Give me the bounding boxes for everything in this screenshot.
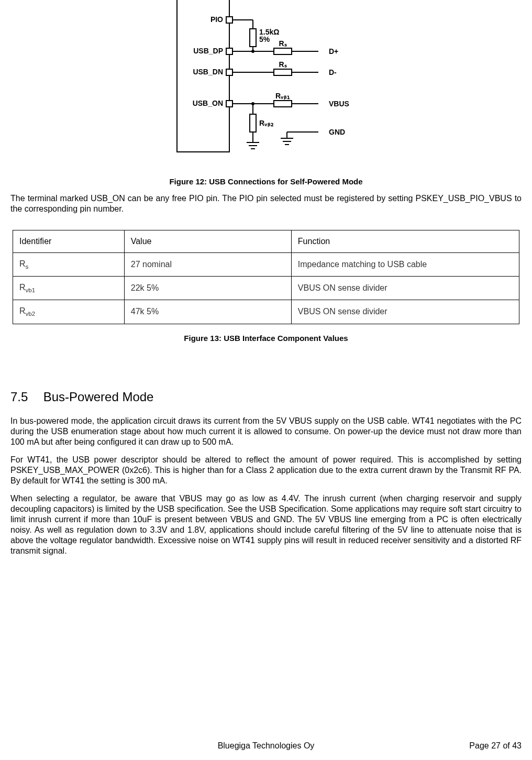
- section-heading: 7.5 Bus-Powered Mode: [10, 390, 522, 404]
- cell-function: VBUS ON sense divider: [291, 277, 519, 300]
- table-row: Rs27 nominalImpedance matching to USB ca…: [13, 253, 519, 277]
- svg-rect-0: [226, 17, 232, 23]
- svg-rect-13: [274, 69, 292, 75]
- svg-rect-1: [226, 48, 232, 54]
- figure-12-diagram: PIO USB_DP USB_DN USB_ON 1.5kΩ 5% Rₛ D+ …: [10, 0, 522, 168]
- cell-identifier: Rvb2: [13, 300, 125, 324]
- section-title: Bus-Powered Mode: [43, 390, 154, 404]
- cell-function: VBUS ON sense divider: [291, 300, 519, 324]
- label-rs1: Rₛ: [279, 39, 286, 48]
- paragraph-usb-on: The terminal marked USB_ON can be any fr…: [10, 193, 522, 214]
- svg-point-9: [251, 50, 254, 53]
- table-row: Rvb122k 5%VBUS ON sense divider: [13, 277, 519, 300]
- label-usb-dp: USB_DP: [193, 47, 223, 55]
- cell-value: 22k 5%: [124, 277, 291, 300]
- label-rvb2: Rᵥᵦ₂: [259, 119, 274, 127]
- header-identifier: Identifier: [13, 230, 125, 253]
- table-row: Rvb247k 5%VBUS ON sense divider: [13, 300, 519, 324]
- header-value: Value: [124, 230, 291, 253]
- cell-identifier: Rvb1: [13, 277, 125, 300]
- svg-rect-20: [250, 114, 256, 132]
- paragraph-bus-powered-3: When selecting a regulator, be aware tha…: [10, 493, 522, 556]
- svg-rect-6: [250, 29, 256, 47]
- cell-value: 47k 5%: [124, 300, 291, 324]
- footer-company: Bluegiga Technologies Oy: [0, 741, 532, 751]
- label-gnd: GND: [329, 128, 345, 136]
- label-dplus: D+: [329, 47, 338, 56]
- page-number: Page 27 of 43: [469, 741, 522, 751]
- cell-identifier: Rs: [13, 253, 125, 277]
- label-5pct: 5%: [259, 35, 270, 43]
- label-rs2: Rₛ: [279, 60, 286, 69]
- header-function: Function: [291, 230, 519, 253]
- section-number: 7.5: [10, 390, 40, 404]
- svg-rect-3: [226, 101, 232, 107]
- label-rvb1: Rᵥᵦ₁: [275, 92, 290, 100]
- svg-rect-2: [226, 69, 232, 75]
- label-vbus: VBUS: [329, 100, 349, 108]
- label-pio: PIO: [210, 15, 223, 24]
- paragraph-bus-powered-2: For WT41, the USB power descriptor shoul…: [10, 455, 522, 486]
- label-usb-dn: USB_DN: [193, 68, 223, 76]
- component-values-table: Identifier Value Function Rs27 nominalIm…: [13, 230, 519, 324]
- svg-rect-10: [274, 48, 292, 54]
- usb-diagram-svg: PIO USB_DP USB_DN USB_ON 1.5kΩ 5% Rₛ D+ …: [161, 0, 371, 168]
- table-header-row: Identifier Value Function: [13, 230, 519, 253]
- label-usb-on: USB_ON: [193, 99, 223, 107]
- paragraph-bus-powered-1: In bus-powered mode, the application cir…: [10, 416, 522, 447]
- label-dminus: D-: [329, 68, 337, 76]
- cell-value: 27 nominal: [124, 253, 291, 277]
- figure-12-caption: Figure 12: USB Connections for Self-Powe…: [10, 177, 522, 186]
- svg-rect-17: [274, 101, 292, 107]
- cell-function: Impedance matching to USB cable: [291, 253, 519, 277]
- figure-13-caption: Figure 13: USB Interface Component Value…: [10, 334, 522, 343]
